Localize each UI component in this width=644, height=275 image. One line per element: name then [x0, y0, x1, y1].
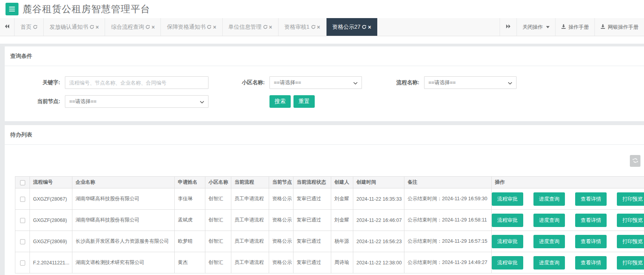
view-detail-button[interactable]: 查看详情: [575, 214, 607, 227]
tab[interactable]: 综合流程查询 ×: [105, 18, 161, 36]
cell-process: 员工申请流程: [231, 210, 269, 231]
print-preview-button[interactable]: 打印预览: [617, 256, 644, 269]
refresh-button[interactable]: [630, 155, 640, 167]
cell-node: 资格公示: [269, 188, 293, 210]
manual-download-button[interactable]: 操作手册: [555, 18, 594, 36]
query-buttons: 搜索 重置: [269, 95, 362, 108]
tab-actions: 关闭操作 操作手册 网银操作手册: [500, 18, 644, 36]
view-detail-button[interactable]: 查看详情: [575, 256, 607, 269]
process-select[interactable]: ==请选择==: [424, 76, 517, 89]
cell-process: 员工申请流程: [231, 252, 269, 273]
process-approve-button[interactable]: 流程审批: [492, 235, 523, 248]
download-icon: [600, 24, 605, 30]
search-button[interactable]: 搜索: [269, 95, 291, 108]
row-checkbox-cell: [15, 188, 30, 210]
tabs-scroll-left-button[interactable]: [0, 18, 14, 36]
keyword-input[interactable]: [65, 76, 209, 89]
select-all-checkbox[interactable]: [20, 180, 25, 185]
tab-close-icon[interactable]: ×: [213, 24, 216, 30]
tab-refresh-icon[interactable]: [362, 25, 366, 29]
cell-status: 复审已通过: [293, 210, 331, 231]
cell-remark: 公示结束时间：2024-11-29 16:59:30: [404, 188, 492, 210]
print-preview-button[interactable]: 打印预览: [617, 214, 644, 227]
tab[interactable]: 资格公示27 ×: [327, 18, 377, 36]
progress-query-button[interactable]: 进度查询: [533, 256, 565, 269]
cell-process: 员工申请流程: [231, 188, 269, 210]
row-checkbox-cell: [15, 210, 30, 231]
tab-refresh-icon[interactable]: [207, 25, 211, 29]
tab-close-icon[interactable]: ×: [368, 24, 371, 30]
row-checkbox[interactable]: [20, 197, 25, 202]
table-row: GXGZF(28067)湖南华曙高科技股份有限公司李佳琳创智汇员工申请流程资格公…: [15, 188, 644, 210]
close-operations-button[interactable]: 关闭操作: [517, 18, 555, 36]
cell-applicant: 欧梦晴: [175, 231, 205, 252]
cell-company: 湖南华曙高科技股份有限公司: [72, 188, 175, 210]
tab[interactable]: 首页: [14, 18, 44, 36]
cell-status: 复审已通过: [293, 252, 331, 273]
tab-close-icon[interactable]: ×: [317, 24, 320, 30]
tab[interactable]: 发放确认通知书 ×: [44, 18, 105, 36]
cell-applicant: 李佳琳: [175, 188, 205, 210]
tab[interactable]: 资格审核1 ×: [279, 18, 327, 36]
column-header: 流程编号: [30, 177, 72, 188]
progress-query-button[interactable]: 进度查询: [533, 235, 565, 248]
app-title: 麓谷租赁公租房智慧管理平台: [22, 3, 150, 15]
tab-refresh-icon[interactable]: [33, 25, 37, 29]
community-select[interactable]: ==请选择==: [269, 76, 362, 89]
tab-close-icon[interactable]: ×: [96, 24, 99, 30]
bank-manual-download-button[interactable]: 网银操作手册: [594, 18, 644, 36]
process-approve-button[interactable]: 流程审批: [492, 192, 523, 206]
tab-refresh-icon[interactable]: [146, 25, 150, 29]
view-detail-button[interactable]: 查看详情: [575, 235, 607, 248]
cell-process-no: F.2.202411221...: [30, 252, 72, 273]
table-body: GXGZF(28067)湖南华曙高科技股份有限公司李佳琳创智汇员工申请流程资格公…: [15, 188, 644, 273]
cell-remark: 公示结束时间：2024-11-29 16:57:15: [404, 231, 492, 252]
manual-label: 操作手册: [568, 24, 589, 31]
tabs-scroll-right-button[interactable]: [500, 18, 517, 36]
menu-toggle-button[interactable]: [6, 3, 18, 15]
tab-refresh-icon[interactable]: [311, 25, 316, 29]
todo-panel-title: 待办列表: [5, 125, 644, 145]
print-preview-button[interactable]: 打印预览: [617, 192, 644, 206]
caret-down-icon: [546, 26, 550, 28]
tab-label: 首页: [20, 24, 31, 31]
tab[interactable]: 单位信息管理 ×: [223, 18, 279, 36]
tab-refresh-icon[interactable]: [263, 25, 268, 29]
cell-process: 员工申请流程: [231, 231, 269, 252]
row-checkbox[interactable]: [20, 260, 25, 266]
cell-node: 资格公示: [269, 210, 293, 231]
node-label: 当前节点:: [5, 95, 65, 108]
reset-button[interactable]: 重置: [293, 95, 315, 108]
view-detail-button[interactable]: 查看详情: [575, 192, 607, 206]
cell-created-at: 2024-11-22 16:56:23: [353, 231, 404, 252]
cell-process-no: GXGZF(28069): [30, 231, 72, 252]
todo-list-body: 流程编号企业名称申请姓名小区名称当前流程当前节点当前流程状态创建人创建时间备注操…: [5, 145, 644, 273]
tab-close-icon[interactable]: ×: [269, 24, 272, 30]
cell-process-no: GXGZF(28067): [30, 188, 72, 210]
tab-refresh-icon[interactable]: [90, 25, 94, 29]
cell-created-at: 2024-11-22 16:46:07: [353, 210, 404, 231]
row-checkbox-cell: [15, 231, 30, 252]
process-approve-button[interactable]: 流程审批: [492, 256, 523, 269]
row-checkbox[interactable]: [20, 218, 25, 223]
cell-remark: 公示结束时间：2024-11-29 14:49:27: [404, 252, 492, 273]
tab-close-icon[interactable]: ×: [151, 24, 155, 30]
community-select-value: ==请选择==: [274, 79, 301, 86]
column-header: 申请姓名: [175, 177, 205, 188]
app-header: 麓谷租赁公租房智慧管理平台: [0, 0, 644, 18]
column-header: 创建人: [331, 177, 353, 188]
process-approve-button[interactable]: 流程审批: [492, 214, 523, 227]
progress-query-button[interactable]: 进度查询: [533, 192, 565, 206]
tab-label: 资格审核1: [284, 24, 310, 31]
hamburger-icon: [9, 7, 15, 7]
row-checkbox[interactable]: [20, 239, 25, 244]
tab[interactable]: 保障资格通知书 ×: [161, 18, 222, 36]
print-preview-button[interactable]: 打印预览: [617, 235, 644, 248]
cell-community: 创智汇: [205, 210, 231, 231]
column-header: 创建时间: [353, 177, 404, 188]
query-panel-title: 查询条件: [5, 46, 644, 66]
node-select[interactable]: ==请选择==: [65, 95, 209, 108]
progress-query-button[interactable]: 进度查询: [533, 214, 565, 227]
tab-label: 单位信息管理: [229, 24, 262, 31]
refresh-icon: [633, 158, 638, 164]
